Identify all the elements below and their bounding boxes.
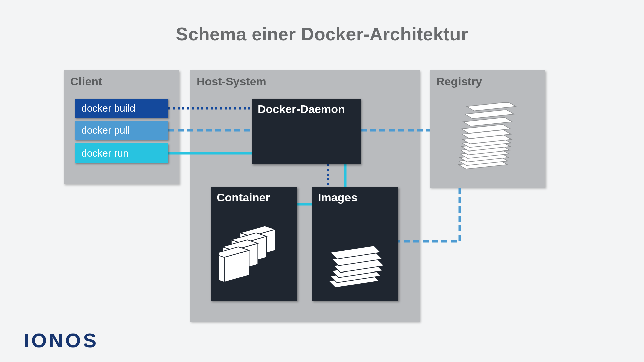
- docker-daemon-box: Docker-Daemon: [252, 99, 361, 164]
- container-box: Container: [211, 187, 297, 301]
- svg-marker-19: [329, 274, 379, 288]
- images-label: Images: [318, 191, 357, 204]
- svg-marker-8: [240, 233, 251, 258]
- svg-marker-7: [251, 229, 276, 257]
- svg-marker-10: [242, 236, 267, 264]
- svg-marker-17: [219, 254, 224, 282]
- docker-daemon-label: Docker-Daemon: [258, 103, 345, 116]
- svg-marker-9: [240, 226, 275, 237]
- svg-marker-20: [330, 269, 381, 283]
- docker-run-command: docker run: [75, 143, 168, 163]
- svg-marker-18: [219, 247, 249, 258]
- svg-marker-11: [231, 240, 242, 265]
- containers-stack-icon: [219, 221, 289, 294]
- svg-marker-15: [223, 240, 258, 251]
- svg-marker-24: [330, 246, 381, 259]
- images-box: Images: [312, 187, 398, 301]
- registry-panel: Registry: [430, 70, 545, 188]
- docker-build-command: docker build: [75, 99, 168, 118]
- client-panel-label: Client: [70, 75, 102, 88]
- host-panel-label: Host-System: [197, 75, 266, 88]
- docker-pull-label: docker pull: [81, 125, 130, 136]
- registry-panel-label: Registry: [436, 75, 482, 88]
- svg-marker-21: [332, 264, 382, 278]
- svg-marker-12: [231, 233, 267, 244]
- container-label: Container: [217, 191, 270, 204]
- image-layers-icon: [319, 244, 392, 298]
- ionos-logo: IONOS: [23, 329, 98, 352]
- svg-marker-22: [334, 259, 384, 273]
- svg-marker-23: [332, 252, 382, 266]
- svg-marker-16: [224, 250, 249, 282]
- svg-marker-14: [223, 247, 233, 272]
- diagram-title: Schema einer Docker-Architektur: [176, 23, 468, 44]
- docker-build-label: docker build: [81, 103, 136, 114]
- docker-run-label: docker run: [81, 147, 129, 159]
- svg-marker-13: [233, 243, 258, 272]
- docker-pull-command: docker pull: [75, 121, 168, 140]
